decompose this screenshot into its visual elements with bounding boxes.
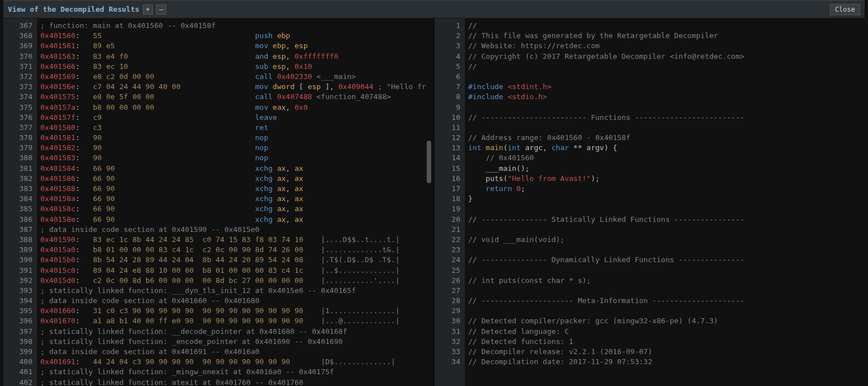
disassembly-pane[interactable]: 3673683693703713723733743753763773783793… bbox=[3, 18, 435, 386]
window-title: View of the Decompiled Results bbox=[8, 5, 139, 13]
plus-button[interactable]: + bbox=[143, 4, 153, 15]
disassembly-code[interactable]: ; function: main at 0x401560 -- 0x40158f… bbox=[37, 18, 433, 386]
close-button[interactable]: Close bbox=[830, 4, 860, 15]
decompiled-code[interactable]: //// This file was generated by the Reta… bbox=[465, 18, 865, 369]
scrollbar-thumb[interactable] bbox=[427, 141, 431, 183]
line-gutter-right: 1234567891011121314151617181920212223242… bbox=[435, 18, 465, 386]
titlebar: View of the Decompiled Results + – Close bbox=[3, 0, 865, 18]
minus-button[interactable]: – bbox=[156, 4, 166, 15]
decompiled-pane[interactable]: 1234567891011121314151617181920212223242… bbox=[435, 18, 865, 386]
line-gutter-left: 3673683693703713723733743753763773783793… bbox=[3, 18, 37, 386]
